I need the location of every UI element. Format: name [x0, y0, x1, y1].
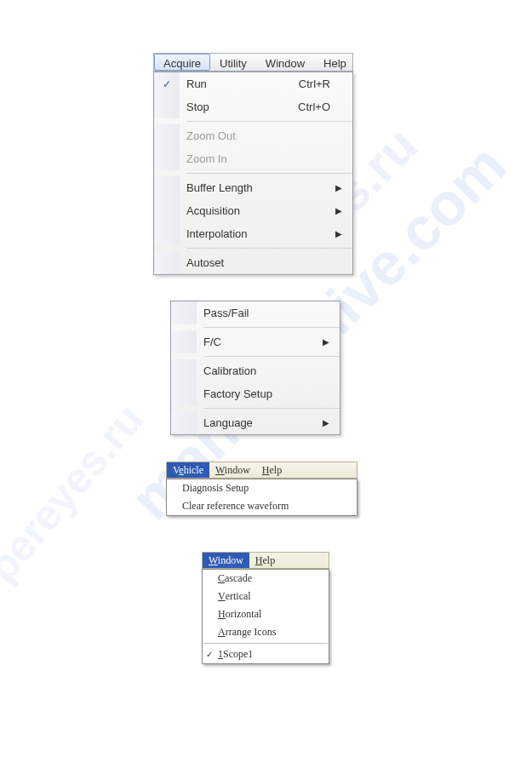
menu-item-1-scope1[interactable]: ✓1 Scope1: [203, 645, 329, 663]
menubar-item-vehicle[interactable]: Vehicle: [167, 462, 209, 478]
check-icon: [154, 176, 180, 199]
menu-item-label: Language: [203, 416, 323, 429]
check-icon: [154, 147, 180, 170]
shortcut: Ctrl+O: [298, 100, 335, 113]
check-icon: ✓: [154, 72, 180, 95]
separator: [203, 356, 340, 357]
menu-item-label: Calibration: [203, 364, 323, 377]
separator: [186, 248, 352, 249]
menu-item-vertical[interactable]: Vertical: [203, 588, 329, 605]
menubar-item-window[interactable]: Window: [209, 462, 256, 478]
menubar-item-window[interactable]: Window: [203, 553, 249, 568]
utility-menu-block: Pass/FailF/C▶CalibrationFactory SetupLan…: [170, 301, 340, 435]
menu-item-arrange-icons[interactable]: Arrange Icons: [203, 623, 329, 641]
menu-item-label: F/C: [203, 335, 323, 348]
acquire-dropdown: ✓RunCtrl+RStopCtrl+OZoom OutZoom InBuffe…: [153, 72, 353, 275]
menubar-item-utility[interactable]: Utility: [210, 54, 256, 71]
menu-item-run[interactable]: ✓RunCtrl+R: [154, 72, 352, 95]
check-icon: [154, 124, 180, 147]
utility-dropdown: Pass/FailF/C▶CalibrationFactory SetupLan…: [170, 301, 340, 435]
window-dropdown: CascadeVerticalHorizontalArrange Icons✓1…: [202, 569, 329, 664]
menu-item-clear-reference-waveform[interactable]: Clear reference waveform: [167, 497, 357, 515]
check-icon: [154, 222, 180, 245]
check-icon: [154, 199, 180, 222]
menubar-window: WindowHelp: [202, 552, 329, 569]
menu-item-pass-fail[interactable]: Pass/Fail: [171, 301, 340, 324]
shortcut: Ctrl+R: [299, 77, 335, 90]
menu-item-label: Zoom Out: [186, 129, 330, 142]
menu-item-zoom-out: Zoom Out: [154, 124, 352, 147]
menu-item-label: Run: [186, 77, 299, 90]
window-menu-block: WindowHelp CascadeVerticalHorizontalArra…: [202, 552, 329, 664]
submenu-arrow-icon: ▶: [323, 418, 333, 427]
acquire-menu-block: AcquireUtilityWindowHelp ✓RunCtrl+RStopC…: [153, 53, 353, 275]
check-icon: ✓: [206, 650, 213, 659]
menu-item-horizontal[interactable]: Horizontal: [203, 605, 329, 623]
menu-item-label: Stop: [186, 100, 298, 113]
menu-item-label: Acquisition: [186, 204, 330, 217]
menubar-vehicle: VehicleWindowHelp: [166, 462, 358, 479]
submenu-arrow-icon: ▶: [335, 183, 346, 192]
menu-item-acquisition[interactable]: Acquisition▶: [154, 199, 352, 222]
menu-item-label: Factory Setup: [203, 387, 323, 400]
vehicle-dropdown: Diagnosis SetupClear reference waveform: [166, 479, 358, 516]
submenu-arrow-icon: ▶: [335, 229, 346, 238]
separator: [203, 408, 340, 409]
submenu-arrow-icon: ▶: [335, 206, 346, 215]
check-icon: [154, 251, 180, 274]
menu-item-cascade[interactable]: Cascade: [203, 570, 329, 588]
icon-col: [171, 301, 197, 324]
separator: [186, 121, 352, 122]
menu-item-label: Pass/Fail: [203, 307, 323, 319]
menu-item-label: Interpolation: [186, 227, 330, 240]
menubar-item-help[interactable]: Help: [256, 462, 288, 478]
menubar-item-help[interactable]: Help: [249, 553, 281, 568]
menu-item-buffer-length[interactable]: Buffer Length▶: [154, 176, 352, 199]
menu-item-label: Autoset: [186, 256, 330, 269]
separator: [203, 327, 340, 328]
menu-item-language[interactable]: Language▶: [171, 411, 340, 434]
menu-item-stop[interactable]: StopCtrl+O: [154, 95, 352, 118]
icon-col: [171, 330, 197, 353]
menubar-item-acquire[interactable]: Acquire: [154, 54, 210, 71]
vehicle-menu-block: VehicleWindowHelp Diagnosis SetupClear r…: [166, 462, 358, 516]
separator: [203, 643, 328, 644]
menu-item-interpolation[interactable]: Interpolation▶: [154, 222, 352, 245]
menubar-acquire: AcquireUtilityWindowHelp: [153, 53, 353, 72]
icon-col: [171, 359, 197, 382]
menubar-item-window[interactable]: Window: [256, 54, 314, 71]
menu-item-label: Zoom In: [186, 152, 330, 165]
menu-item-zoom-in: Zoom In: [154, 147, 352, 170]
icon-col: [171, 382, 197, 405]
menu-item-diagnosis-setup[interactable]: Diagnosis Setup: [167, 479, 357, 497]
separator: [186, 173, 352, 174]
menu-item-calibration[interactable]: Calibration: [171, 359, 340, 382]
menu-item-factory-setup[interactable]: Factory Setup: [171, 382, 340, 405]
menubar-item-help[interactable]: Help: [314, 54, 356, 71]
icon-col: [171, 411, 197, 434]
watermark-side2: pereyes.ru: [0, 394, 153, 591]
menu-item-label: Buffer Length: [186, 181, 330, 194]
check-icon: [154, 95, 180, 118]
menu-item-f-c[interactable]: F/C▶: [171, 330, 340, 353]
submenu-arrow-icon: ▶: [323, 337, 333, 347]
menu-item-autoset[interactable]: Autoset: [154, 251, 352, 274]
